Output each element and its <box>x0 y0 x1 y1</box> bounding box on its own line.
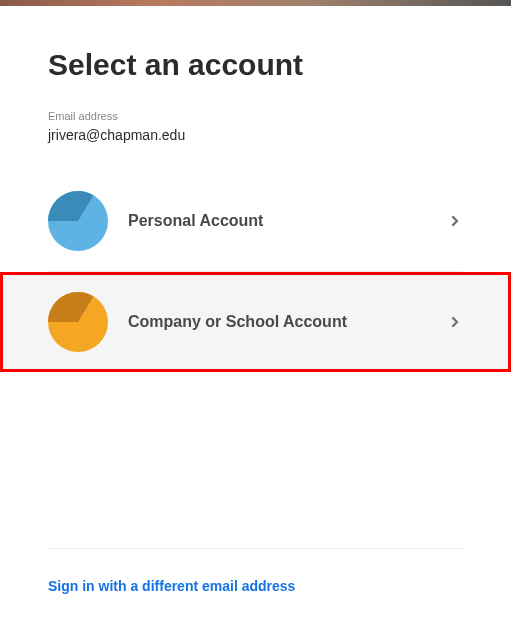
page-title: Select an account <box>48 48 463 82</box>
email-label: Email address <box>48 110 463 122</box>
email-value: jrivera@chapman.edu <box>48 127 463 143</box>
personal-account-icon <box>48 191 108 251</box>
account-option-personal[interactable]: Personal Account <box>0 171 511 271</box>
separator <box>48 548 463 549</box>
account-option-company-school[interactable]: Company or School Account <box>0 272 511 372</box>
account-list: Personal Account Company or School Accou… <box>0 171 511 372</box>
different-email-link[interactable]: Sign in with a different email address <box>48 578 295 594</box>
account-label: Personal Account <box>128 212 447 230</box>
chevron-right-icon <box>447 314 463 330</box>
main-container: Select an account Email address jrivera@… <box>0 6 511 372</box>
company-school-account-icon <box>48 292 108 352</box>
account-label: Company or School Account <box>128 313 447 331</box>
bottom-section: Sign in with a different email address <box>48 548 463 595</box>
chevron-right-icon <box>447 213 463 229</box>
